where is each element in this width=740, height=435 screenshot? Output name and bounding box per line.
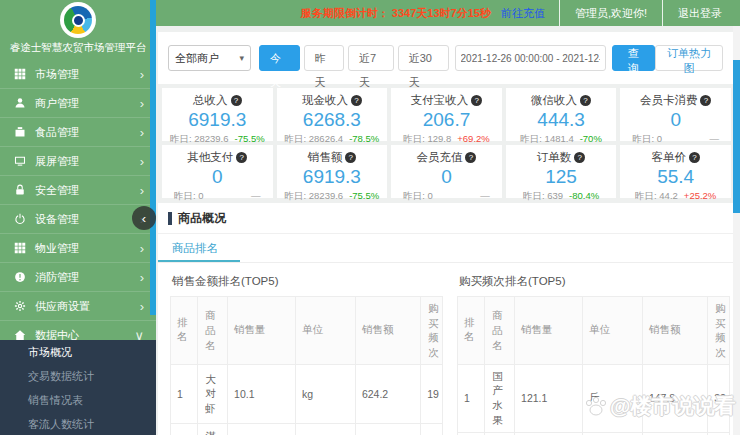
sidebar-item-label: 展屏管理 (35, 154, 140, 169)
sidebar-item-supplier[interactable]: 供应商设置 › (0, 292, 156, 321)
cell-rank (171, 423, 198, 435)
sidebar-item-property[interactable]: 物业管理 › (0, 234, 156, 263)
cell-rank: 1 (171, 364, 198, 423)
stat-yesterday: 昨日: 0 (403, 190, 433, 203)
stat-yesterday: 昨日: 639 (523, 190, 563, 203)
cell-sales-volume: 10.1 (228, 364, 296, 423)
stat-delta: -80.4% (569, 190, 599, 203)
col-sales-amount: 销售额 (642, 297, 707, 365)
section-accent-bar (168, 212, 172, 225)
help-icon[interactable]: ? (471, 95, 482, 106)
help-icon[interactable]: ? (345, 152, 356, 163)
order-heatmap-button[interactable]: 订单热力图 (655, 45, 723, 71)
stat-delta: +25.2% (684, 190, 717, 203)
grid-icon (14, 242, 26, 254)
stat-card-avg-order-value: 客单价? 55.4 昨日: 44.2+25.2% (620, 145, 731, 198)
stat-yesterday: 昨日: 28239.6 (285, 190, 344, 203)
cell-sales-volume: 121.1 (515, 364, 583, 432)
cell-buy-frequency (421, 423, 443, 435)
cell-unit (296, 423, 356, 435)
col-unit: 单位 (296, 297, 356, 365)
package-icon (14, 126, 26, 138)
sidebar-item-food[interactable]: 食品管理 › (0, 118, 156, 147)
tab-product-ranking[interactable]: 商品排名 (158, 234, 240, 262)
welcome-text: 管理员,欢迎你! (559, 0, 662, 26)
recharge-link[interactable]: 前往充值 (501, 6, 545, 21)
stat-card-alipay-income: 支付宝收入? 206.7 昨日: 129.8+69.2% (391, 88, 502, 141)
merchant-select[interactable]: 全部商户 ▾ (168, 45, 251, 71)
sidebar-item-screen[interactable]: 展屏管理 › (0, 147, 156, 176)
sidebar-item-label: 物业管理 (35, 241, 140, 256)
stat-value: 0 (620, 109, 731, 131)
help-icon[interactable]: ? (689, 152, 700, 163)
submenu-item-sales-report[interactable]: 销售情况表 (0, 388, 156, 412)
sidebar-item-security[interactable]: 安全管理 › (0, 176, 156, 205)
sidebar-item-fire[interactable]: 消防管理 › (0, 263, 156, 292)
stat-delta: — (480, 190, 490, 203)
stat-value: 125 (506, 166, 617, 188)
submenu-item-trade-stats[interactable]: 交易数据统计 (0, 364, 156, 388)
sidebar-menu: 市场管理 › 商户管理 › 食品管理 › 展屏管理 › 安全管理 › (0, 60, 156, 350)
table-header-row: 排名 商品名 销售量 单位 销售额 购买频次 (171, 297, 443, 365)
screen-icon (14, 155, 26, 167)
col-sales-amount: 销售额 (355, 297, 420, 365)
range-button-7days[interactable]: 近7天 (348, 45, 394, 71)
caret-down-icon: ▾ (239, 53, 244, 63)
cell-sales-amount (355, 423, 420, 435)
stat-yesterday: 昨日: 44.2 (635, 190, 678, 203)
cell-product-name: 大对虾 (198, 364, 228, 423)
sidebar-collapse-button[interactable]: ‹ (132, 206, 156, 230)
query-button[interactable]: 查询 (612, 45, 655, 71)
chevron-right-icon: › (140, 300, 144, 313)
range-button-yesterday[interactable]: 昨天 (304, 45, 345, 71)
sidebar-item-label: 设备管理 (35, 212, 140, 227)
user-icon (14, 97, 26, 109)
stat-label: 订单数 (537, 150, 572, 165)
date-range-input[interactable] (455, 45, 607, 71)
stat-card-cash-income: 现金收入? 6268.3 昨日: 28626.4-78.5% (277, 88, 388, 141)
stat-label: 会员充值 (416, 150, 462, 165)
sidebar-scrollbar[interactable] (150, 0, 156, 315)
stat-label: 会员卡消费 (640, 93, 698, 108)
chevron-right-icon: › (140, 155, 144, 168)
paw-icon (584, 394, 608, 418)
help-icon[interactable]: ? (580, 95, 591, 106)
stat-card-membercard-spend: 会员卡消费? 0 昨日: 0— (620, 88, 731, 141)
watermark-text: @楼市说说看 (610, 392, 735, 420)
section-header: 商品概况 (158, 203, 740, 234)
help-icon[interactable]: ? (574, 152, 585, 163)
stat-value: 206.7 (391, 109, 502, 131)
stat-yesterday: 昨日: 0 (174, 190, 204, 203)
content-scrollbar-thumb[interactable] (733, 60, 740, 213)
help-icon[interactable]: ? (465, 152, 476, 163)
help-icon[interactable]: ? (236, 152, 247, 163)
stat-value: 55.4 (620, 166, 731, 188)
cell-buy-frequency: 19 (421, 364, 443, 423)
stat-value: 444.3 (506, 109, 617, 131)
range-button-30days[interactable]: 近30天 (398, 45, 449, 71)
section-title: 商品概况 (178, 210, 226, 227)
stat-label: 支付宝收入 (411, 93, 469, 108)
help-icon[interactable]: ? (351, 95, 362, 106)
submenu-item-market-overview[interactable]: 市场概况 (0, 340, 156, 364)
col-sales-volume: 销售量 (515, 297, 583, 365)
power-icon (14, 213, 26, 225)
cell-product-name: 国产水果 (485, 364, 515, 432)
range-button-today[interactable]: 今天 (259, 45, 300, 71)
cell-sales-volume (228, 423, 296, 435)
stat-card-total-income: 总收入? 6919.3 昨日: 28239.6-75.5% (162, 88, 273, 141)
stat-label: 客单价 (651, 150, 686, 165)
submenu-item-visitor-stats[interactable]: 客流人数统计 (0, 412, 156, 435)
sidebar-item-merchant[interactable]: 商户管理 › (0, 89, 156, 118)
watermark: @楼市说说看 (584, 392, 735, 420)
help-icon[interactable]: ? (231, 95, 242, 106)
logout-button[interactable]: 退出登录 (662, 0, 740, 26)
chevron-right-icon: › (140, 97, 144, 110)
sidebar-item-market[interactable]: 市场管理 › (0, 60, 156, 89)
table-row: 湛江 (171, 423, 443, 435)
cell-rank: 1 (458, 364, 485, 432)
help-icon[interactable]: ? (700, 95, 711, 106)
sidebar-item-label: 供应商设置 (35, 299, 140, 314)
stat-value: 0 (162, 166, 273, 188)
stat-card-sales-amount: 销售额? 6919.3 昨日: 28239.6-75.5% (277, 145, 388, 198)
